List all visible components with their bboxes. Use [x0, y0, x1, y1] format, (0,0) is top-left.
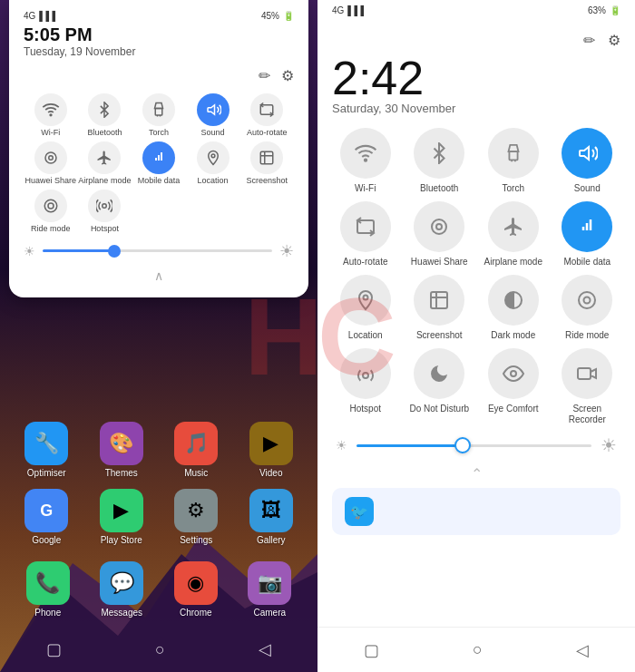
- toggle-ride-mode[interactable]: Ride mode: [24, 190, 78, 234]
- messages-icon: 💬: [100, 561, 143, 605]
- right-torch-icon: [488, 128, 539, 179]
- airplane-label: Airplane mode: [78, 177, 131, 186]
- panel-status-left: 4G ▌▌▌: [24, 11, 59, 21]
- right-eye-comfort-label: Eye Comfort: [488, 404, 539, 414]
- app-play-store[interactable]: ▶ Play Store: [90, 489, 154, 545]
- right-toggle-ride-mode[interactable]: Ride mode: [554, 275, 621, 341]
- svg-rect-13: [509, 151, 517, 160]
- home-button[interactable]: ○: [155, 640, 165, 659]
- bluetooth-label: Bluetooth: [87, 129, 122, 138]
- app-gallery[interactable]: 🖼 Gallery: [239, 489, 304, 545]
- music-label: Music: [184, 468, 208, 478]
- right-status-left: 4G ▌▌▌: [332, 5, 367, 15]
- right-toggle-hotspot[interactable]: Hotspot: [332, 348, 399, 425]
- right-toggle-wifi[interactable]: Wi-Fi: [332, 128, 399, 194]
- right-back-button[interactable]: ◁: [576, 640, 589, 660]
- right-toggle-eye-comfort[interactable]: Eye Comfort: [480, 348, 547, 425]
- gallery-icon: 🖼: [249, 489, 293, 532]
- right-edit-button[interactable]: ✏: [583, 32, 595, 49]
- right-toggle-bluetooth[interactable]: Bluetooth: [406, 128, 474, 194]
- dock-messages[interactable]: 💬 Messages: [89, 561, 156, 618]
- right-sound-icon: [562, 128, 612, 179]
- right-toggle-mobile-data[interactable]: Mobile data: [554, 201, 621, 268]
- phone-icon: 📞: [26, 561, 70, 605]
- right-hotspot-icon: [340, 348, 391, 399]
- right-mobile-data-label: Mobile data: [563, 257, 611, 268]
- screenshot-label: Screenshot: [246, 177, 288, 186]
- chrome-icon: ◉: [174, 561, 218, 605]
- svg-point-15: [432, 219, 446, 234]
- right-toggle-dnd[interactable]: Do Not Disturb: [406, 348, 474, 425]
- app-optimiser[interactable]: 🔧 Optimiser: [15, 422, 79, 478]
- right-hotspot-label: Hotspot: [350, 404, 381, 414]
- toggle-mobile-data[interactable]: Mobile data: [132, 141, 186, 186]
- panel-status-bar: 4G ▌▌▌ 45% 🔋: [24, 11, 294, 21]
- right-toggle-location[interactable]: Location: [332, 275, 399, 341]
- app-themes[interactable]: 🎨 Themes: [90, 422, 154, 478]
- toggle-wifi[interactable]: Wi-Fi: [24, 93, 78, 138]
- toggle-huawei-share[interactable]: Huawei Share: [24, 141, 78, 186]
- toggle-location[interactable]: Location: [186, 141, 240, 186]
- right-toggle-autorotate[interactable]: Auto-rotate: [332, 201, 399, 268]
- toggle-airplane[interactable]: Airplane mode: [78, 141, 132, 186]
- edit-button[interactable]: ✏: [259, 67, 270, 84]
- svg-point-2: [50, 114, 52, 116]
- panel-battery-icon: 🔋: [283, 11, 294, 21]
- svg-rect-8: [260, 151, 273, 164]
- toggle-autorotate[interactable]: Auto-rotate: [239, 93, 294, 138]
- dock-chrome[interactable]: ◉ Chrome: [162, 561, 230, 618]
- themes-icon: 🎨: [100, 422, 143, 465]
- right-screen-recorder-icon: [562, 348, 612, 399]
- right-home-button[interactable]: ○: [473, 640, 483, 659]
- app-music[interactable]: 🎵 Music: [164, 422, 229, 478]
- brightness-min-icon: ☀: [24, 244, 35, 258]
- svg-point-9: [44, 200, 57, 212]
- right-toggle-dark-mode[interactable]: Dark mode: [480, 275, 547, 341]
- svg-point-6: [49, 156, 54, 161]
- sound-label: Sound: [201, 129, 225, 138]
- right-settings-button[interactable]: ⚙: [608, 32, 620, 49]
- back-button[interactable]: ◁: [259, 639, 271, 659]
- messages-label: Messages: [101, 608, 142, 618]
- notification-card[interactable]: 🐦: [332, 488, 620, 535]
- right-brightness-slider[interactable]: [357, 444, 591, 447]
- recents-button[interactable]: ▢: [46, 639, 62, 659]
- hotspot-icon: [88, 190, 121, 222]
- chevron-up-icon: ∧: [154, 268, 163, 283]
- right-toggle-huawei-share[interactable]: Huawei Share: [406, 201, 474, 268]
- right-toggle-airplane[interactable]: Airplane mode: [480, 201, 547, 268]
- svg-point-22: [363, 373, 368, 378]
- app-video[interactable]: ▶ Video: [239, 422, 304, 478]
- panel-header-actions: ✏ ⚙: [24, 67, 294, 84]
- right-sound-label: Sound: [574, 183, 601, 194]
- music-icon: 🎵: [174, 422, 218, 465]
- toggle-torch[interactable]: Torch: [132, 93, 186, 138]
- right-brightness-max-icon: ☀: [601, 434, 617, 456]
- toggle-screenshot[interactable]: Screenshot: [239, 141, 294, 186]
- right-toggle-torch[interactable]: Torch: [480, 128, 547, 194]
- dock-camera[interactable]: 📷 Camera: [237, 561, 304, 618]
- toggle-hotspot[interactable]: Hotspot: [78, 190, 132, 234]
- right-toggle-screenshot[interactable]: Screenshot: [406, 275, 474, 341]
- right-toggle-screen-recorder[interactable]: Screen Recorder: [554, 348, 621, 425]
- location-icon: [197, 141, 230, 174]
- left-nav-bar: ▢ ○ ◁: [0, 627, 318, 672]
- settings-button[interactable]: ⚙: [281, 67, 294, 84]
- play-store-icon: ▶: [100, 489, 143, 532]
- app-settings[interactable]: ⚙ Settings: [164, 489, 229, 545]
- optimiser-label: Optimiser: [27, 468, 66, 478]
- screenshot-icon: [250, 141, 283, 174]
- toggle-sound[interactable]: Sound: [186, 93, 240, 138]
- right-recents-button[interactable]: ▢: [364, 640, 379, 660]
- panel-time: 5:05 PM: [24, 24, 294, 45]
- svg-point-16: [436, 224, 442, 229]
- dock-phone[interactable]: 📞 Phone: [15, 561, 82, 618]
- app-google[interactable]: G Google: [15, 489, 79, 545]
- toggle-bluetooth[interactable]: Bluetooth: [78, 93, 132, 138]
- right-toggle-sound[interactable]: Sound: [554, 128, 621, 194]
- wifi-icon: [34, 93, 67, 126]
- right-screenshot-icon: [414, 275, 464, 326]
- google-label: Google: [32, 535, 61, 545]
- svg-point-7: [211, 154, 215, 158]
- brightness-slider[interactable]: [43, 249, 272, 252]
